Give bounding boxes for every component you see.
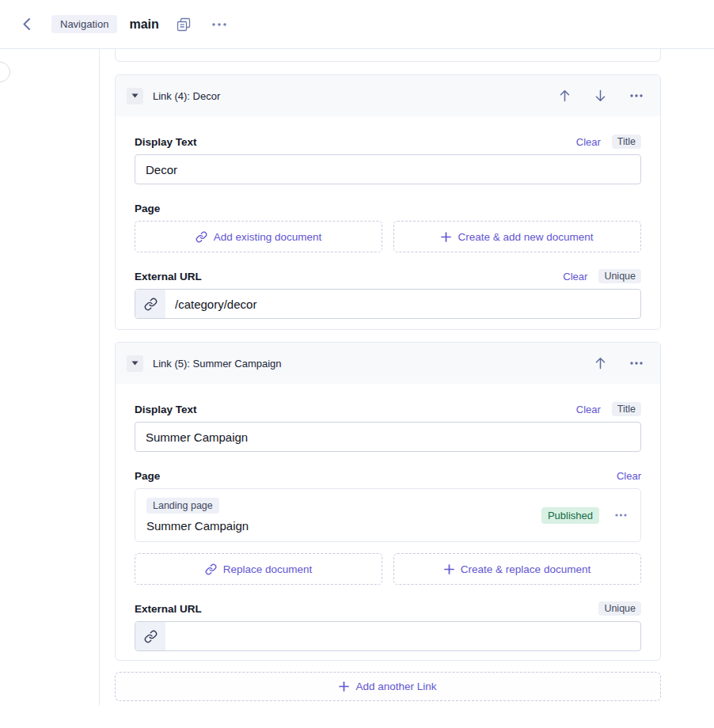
avatar-partial <box>0 62 10 82</box>
plus-icon <box>444 564 454 574</box>
referenced-document-title: Summer Campaign <box>146 519 541 533</box>
button-label: Add existing document <box>214 231 322 243</box>
item-menu-button[interactable] <box>629 360 644 366</box>
title-badge: Title <box>612 135 641 150</box>
url-prefix <box>135 290 165 318</box>
button-label: Create & replace document <box>461 563 591 575</box>
published-status-badge: Published <box>541 507 599 524</box>
ellipsis-icon <box>212 23 226 26</box>
chevron-left-icon <box>22 17 31 31</box>
clear-button[interactable]: Clear <box>576 136 601 148</box>
link-5-header[interactable]: Link (5): Summer Campaign <box>116 343 660 384</box>
ellipsis-icon <box>630 94 643 97</box>
chevron-down-icon <box>131 361 139 366</box>
page-label: Page <box>135 203 641 214</box>
add-another-link-button[interactable]: Add another Link <box>115 672 661 701</box>
page-reference-preview[interactable]: Landing page Summer Campaign Published <box>135 488 641 542</box>
button-label: Replace document <box>223 563 313 575</box>
collapse-toggle-button[interactable] <box>127 88 143 104</box>
link-4-title: Link (4): Decor <box>153 90 557 102</box>
link-icon <box>144 630 158 643</box>
unique-badge: Unique <box>598 601 641 616</box>
display-text-label: Display Text <box>135 136 576 148</box>
unique-badge: Unique <box>598 269 641 284</box>
ellipsis-icon <box>615 514 627 517</box>
external-url-input[interactable] <box>165 622 640 650</box>
reference-menu-button[interactable] <box>613 511 629 519</box>
display-text-input[interactable] <box>135 422 641 452</box>
create-replace-document-button[interactable]: Create & replace document <box>393 553 641 585</box>
document-type-badge: Navigation <box>51 15 117 33</box>
collapse-toggle-button[interactable] <box>127 355 143 372</box>
item-menu-button[interactable] <box>629 93 644 99</box>
clear-button[interactable]: Clear <box>563 271 587 282</box>
url-prefix <box>135 622 165 650</box>
title-badge: Title <box>612 402 641 417</box>
button-label: Create & add new document <box>458 231 593 243</box>
link-5-title: Link (5): Summer Campaign <box>153 358 593 370</box>
external-url-input[interactable] <box>165 290 640 318</box>
clear-button[interactable]: Clear <box>617 470 641 482</box>
document-type-badge: Landing page <box>146 498 219 514</box>
replace-document-button[interactable]: Replace document <box>135 553 382 585</box>
external-url-label: External URL <box>135 603 587 615</box>
link-icon <box>205 563 217 575</box>
create-add-new-document-button[interactable]: Create & add new document <box>393 221 641 252</box>
pane-divider <box>99 49 100 706</box>
move-down-button[interactable] <box>593 88 608 104</box>
arrow-up-icon <box>594 357 606 370</box>
link-item-5: Link (5): Summer Campaign Display Text <box>115 342 661 661</box>
ellipsis-icon <box>630 362 643 365</box>
button-label: Add another Link <box>355 681 436 692</box>
plus-icon <box>339 681 349 692</box>
add-existing-document-button[interactable]: Add existing document <box>135 221 382 252</box>
document-topbar: Navigation main <box>0 0 714 49</box>
arrow-down-icon <box>594 89 606 102</box>
document-title: main <box>129 17 158 32</box>
link-item-4: Link (4): Decor <box>115 74 661 330</box>
page-label: Page <box>135 470 617 482</box>
display-text-input[interactable] <box>135 154 641 184</box>
link-icon <box>196 231 207 243</box>
link-icon <box>144 298 158 311</box>
display-text-label: Display Text <box>135 404 576 415</box>
move-up-button[interactable] <box>593 355 608 371</box>
plus-icon <box>441 232 451 242</box>
back-button[interactable] <box>19 14 34 34</box>
link-4-header[interactable]: Link (4): Decor <box>116 75 660 116</box>
chevron-down-icon <box>131 93 139 98</box>
duplicate-icon[interactable] <box>177 17 191 32</box>
move-up-button[interactable] <box>557 88 572 104</box>
external-url-label: External URL <box>135 271 563 282</box>
document-menu-button[interactable] <box>209 20 230 29</box>
clear-button[interactable]: Clear <box>576 404 601 415</box>
arrow-up-icon <box>559 89 571 102</box>
